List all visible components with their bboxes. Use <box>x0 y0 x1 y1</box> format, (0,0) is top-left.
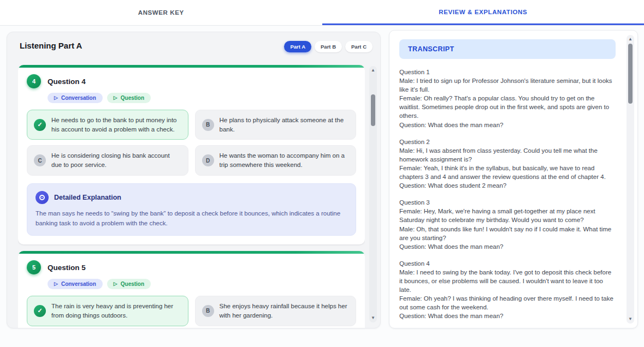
option-text: He wants the woman to accompany him on a… <box>220 151 350 169</box>
transcript-title: TRANSCRIPT <box>408 45 454 53</box>
question-list: 4 Question 4 ▷ Conversation ▷ Question <box>18 65 365 328</box>
part-b-button[interactable]: Part B <box>315 41 342 52</box>
option-letter: B <box>202 119 214 131</box>
scrollbar-track[interactable]: ▲ ▼ <box>627 35 634 324</box>
answer-option-a-correct[interactable]: ✓ He needs to go to the bank to put mone… <box>27 110 188 140</box>
part-a-button[interactable]: Part A <box>284 41 311 52</box>
play-icon: ▷ <box>54 282 58 286</box>
badge-label: Conversation <box>61 95 96 101</box>
transcript-entry-4: Question 4 Male: I need to swing by the … <box>399 259 616 321</box>
question-card-4: 4 Question 4 ▷ Conversation ▷ Question <box>18 65 365 244</box>
transcript-question-label: Question 1 <box>399 68 616 76</box>
option-text: The rain is very heavy and is preventing… <box>51 302 181 320</box>
part-c-button[interactable]: Part C <box>345 41 373 52</box>
transcript-line: Male: Oh, that sounds like fun! I wouldn… <box>399 225 616 242</box>
option-text: He is considering closing his bank accou… <box>51 151 181 169</box>
transcript-line: Question: What does the man mean? <box>399 121 616 129</box>
top-tab-bar: ANSWER KEY REVIEW & EXPLANATIONS <box>0 0 644 26</box>
badge-label: Question <box>121 281 144 287</box>
transcript-line: Female: Yeah, I think it's in the syllab… <box>399 164 616 181</box>
play-question-button[interactable]: ▷ Question <box>107 93 151 103</box>
play-conversation-button[interactable]: ▷ Conversation <box>48 279 103 289</box>
play-conversation-button[interactable]: ▷ Conversation <box>48 93 103 103</box>
play-icon: ▷ <box>54 95 58 100</box>
question-number-badge: 4 <box>27 74 41 88</box>
transcript-line: Male: I tried to sign up for Professor J… <box>399 76 616 94</box>
play-icon: ▷ <box>114 282 117 286</box>
option-letter: C <box>34 154 46 166</box>
questions-panel: Listening Part A Part A Part B Part C 4 … <box>7 32 381 328</box>
play-question-button[interactable]: ▷ Question <box>107 279 151 289</box>
scrollbar-track[interactable]: ▲ ▼ <box>369 66 377 322</box>
option-text: She enjoys heavy rainfall because it hel… <box>220 302 350 320</box>
target-icon <box>36 191 49 204</box>
transcript-line: Question: What does the man mean? <box>399 242 616 251</box>
transcript-content: Question 1 Male: I tried to sign up for … <box>399 68 616 327</box>
transcript-entry-2: Question 2 Male: Hi, I was absent from c… <box>399 137 616 190</box>
transcript-question-label: Question 2 <box>399 137 616 146</box>
transcript-panel: TRANSCRIPT Question 1 Male: I tried to s… <box>389 30 638 328</box>
play-icon: ▷ <box>114 95 117 100</box>
transcript-question-label: Question 4 <box>399 259 616 268</box>
scroll-down-button[interactable]: ▼ <box>627 317 634 321</box>
transcript-line: Male: Hi, I was absent from class yester… <box>399 146 616 164</box>
tab-review-explanations[interactable]: REVIEW & EXPLANATIONS <box>322 0 644 25</box>
badge-label: Conversation <box>61 281 96 287</box>
option-letter: D <box>202 154 214 166</box>
answer-option-c[interactable]: C He is considering closing his bank acc… <box>27 145 188 175</box>
check-icon: ✓ <box>34 119 46 131</box>
scroll-up-button[interactable]: ▲ <box>627 37 634 41</box>
transcript-line: Male: I need to swing by the bank today.… <box>399 268 616 294</box>
scrollbar-thumb[interactable] <box>371 94 375 126</box>
transcript-line: Question: What does student 2 mean? <box>399 181 616 190</box>
scrollbar-thumb[interactable] <box>628 44 633 104</box>
transcript-question-label: Question 3 <box>399 198 616 207</box>
badge-label: Question <box>121 95 144 101</box>
option-text: He plans to physically attack someone at… <box>220 116 350 134</box>
options-grid: ✓ The rain is very heavy and is preventi… <box>27 296 356 328</box>
audio-badges: ▷ Conversation ▷ Question <box>48 93 356 103</box>
option-letter: B <box>202 305 214 317</box>
question-card-5: 5 Question 5 ▷ Conversation ▷ Question <box>18 251 365 328</box>
transcript-line: Female: Oh really? That's a popular clas… <box>399 94 616 120</box>
section-title: Listening Part A <box>20 41 82 50</box>
answer-option-b[interactable]: B She enjoys heavy rainfall because it h… <box>195 296 357 326</box>
question-number-badge: 5 <box>27 260 41 274</box>
tab-answer-key[interactable]: ANSWER KEY <box>0 0 322 25</box>
explanation-text: The man says he needs to “swing by the b… <box>36 209 347 229</box>
answer-option-b[interactable]: B He plans to physically attack someone … <box>195 110 357 140</box>
part-tabs: Part A Part B Part C <box>284 41 373 52</box>
question-title: Question 5 <box>48 264 86 272</box>
explanation-box: Detailed Explanation The man says he nee… <box>27 183 356 236</box>
scroll-down-button[interactable]: ▼ <box>369 316 377 320</box>
answer-option-a-correct[interactable]: ✓ The rain is very heavy and is preventi… <box>27 296 188 326</box>
transcript-header: TRANSCRIPT <box>399 39 616 59</box>
transcript-line: Female: Hey, Mark, we're having a small … <box>399 207 616 224</box>
question-title: Question 4 <box>48 77 86 86</box>
transcript-line: Female: Oh yeah? I was thinking of headi… <box>399 294 616 312</box>
audio-badges: ▷ Conversation ▷ Question <box>48 279 356 289</box>
check-icon: ✓ <box>34 305 46 317</box>
transcript-entry-1: Question 1 Male: I tried to sign up for … <box>399 68 616 129</box>
explanation-title: Detailed Explanation <box>54 194 121 201</box>
transcript-line: Question: What does the man mean? <box>399 312 616 320</box>
answer-option-d[interactable]: D He wants the woman to accompany him on… <box>195 145 357 175</box>
option-text: He needs to go to the bank to put money … <box>51 116 181 134</box>
transcript-entry-3: Question 3 Female: Hey, Mark, we're havi… <box>399 198 616 251</box>
options-grid: ✓ He needs to go to the bank to put mone… <box>27 110 356 176</box>
scroll-up-button[interactable]: ▲ <box>369 68 377 73</box>
